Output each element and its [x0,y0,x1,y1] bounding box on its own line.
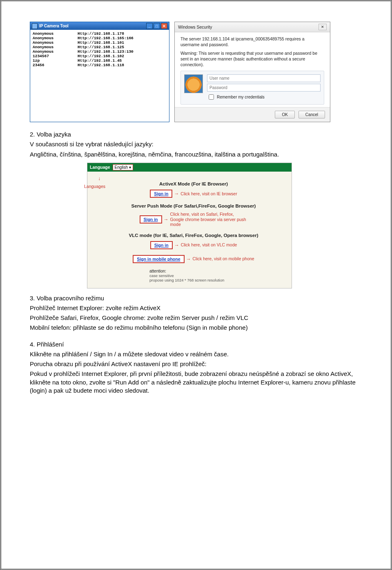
mode-push-note: Click here, visit on Safari, Firefox, Go… [170,212,248,227]
section-3-line2: Prohlížeče Safari, Firefox, Google chrom… [30,314,362,322]
section-2-text1: V současnosti si lze vybrat následující … [30,140,362,148]
section-3-line3: Mobilní telefon: přihlaste se do režimu … [30,324,362,332]
windows-security-dialog: Windows Security ✕ The server 192.168.1.… [174,22,330,122]
table-row: 1zpHttp://192.168.1.45 [33,58,167,63]
table-row: 23456Http://192.168.1.118 [33,63,167,67]
signin-push-button[interactable]: Sign in [140,215,162,224]
remember-label: Remember my credentials [217,95,265,99]
attention-label: attention: [149,269,287,273]
close-icon[interactable]: ✕ [318,24,327,30]
mode-activex-title: ActiveX Mode (For IE Browser) [100,181,287,186]
section-2-text2: Angličtina, čínština, španělština, korej… [30,150,362,159]
winsec-header: Windows Security ✕ [175,22,330,32]
section-2-heading: 2. Volba jazyka [30,130,362,139]
arrow-right-icon: → [164,217,169,222]
table-row: 1234567Http://192.168.1.102 [33,54,167,58]
winsec-footer: OK Cancel [175,107,330,122]
mode-vlc-note: Click here, visit on VLC mode [181,242,237,248]
attention-line-2: propose using 1024 * 768 screen resoluti… [149,278,287,282]
signin-vlc-button[interactable]: Sign in [150,241,173,249]
cancel-button[interactable]: Cancel [298,111,325,118]
close-button[interactable]: ✕ [161,23,167,29]
section-4: 4. Přihlášení Klikněte na přihlášení / S… [30,340,362,395]
minimize-button[interactable]: _ [146,23,153,29]
table-row: AnonymousHttp://192.168.1.178 [33,31,167,36]
mode-vlc-title: VLC mode (for IE, Safari, FireFox, Googl… [100,233,287,238]
ipcamera-tool-window: IP Camera Tool _ □ ✕ AnonymousHttp://192… [30,22,169,122]
winsec-title: Windows Security [178,25,212,29]
mode-activex-note: Click here, visit on IE browser [180,191,237,197]
ok-button[interactable]: OK [275,111,294,118]
attention-block: attention: case sensitive propose using … [149,269,287,282]
language-panel: Language English ▾ ↓ Languages ActiveX M… [87,163,292,288]
password-field[interactable] [207,84,321,92]
signin-activex-button[interactable]: Sign in [150,190,172,198]
arrow-right-icon: → [174,191,179,197]
winsec-message-2: Warning: This server is requesting that … [180,51,324,67]
section-3: 3. Volba pracovního režimu Prohlížeč Int… [30,294,362,332]
signin-mobile-button[interactable]: Sign in mobile phone [133,255,184,263]
mode-push-title: Server Push Mode (For Safari,FireFox, Go… [100,203,287,208]
languages-label: Languages [84,184,98,189]
section-4-line1: Klikněte na přihlášení / Sign In / a můž… [30,350,362,358]
section-3-heading: 3. Volba pracovního režimu [30,294,362,302]
username-field[interactable] [207,74,321,82]
app-icon [32,23,38,29]
attention-line-1: case sensitive [149,273,287,278]
screenshot-row: IP Camera Tool _ □ ✕ AnonymousHttp://192… [30,22,362,122]
table-row: AnonymousHttp://192.168.1.101 [33,40,167,45]
arrow-right-icon: → [174,242,179,248]
ipcam-body: AnonymousHttp://192.168.1.178 AnonymousH… [30,30,169,115]
chevron-down-icon: ▾ [129,165,131,170]
section-2: 2. Volba jazyka V současnosti si lze vyb… [30,130,362,159]
section-4-heading: 4. Přihlášení [30,340,362,349]
ipcam-title: IP Camera Tool [39,24,69,28]
document-page: IP Camera Tool _ □ ✕ AnonymousHttp://192… [0,0,392,570]
table-row: AnonymousHttp://192.168.1.165:166 [33,36,167,40]
section-4-line2: Porucha obrazu při používání ActiveX nas… [30,360,362,368]
avatar [184,74,203,93]
table-row: AnonymousHttp://192.168.1.123:130 [33,49,167,54]
remember-checkbox[interactable]: Remember my credentials [207,93,321,101]
winsec-message-1: The server 192.168.1.104 at ipcamera_000… [180,36,324,47]
table-row: AnonymousHttp://192.168.1.125 [33,45,167,49]
language-bar: Language English ▾ [87,163,292,172]
credential-box: Remember my credentials [180,71,324,105]
language-bar-label: Language [90,165,110,170]
section-4-line3: Pokud v prohlížeči Internet Explorer, př… [30,370,362,395]
section-3-line1: Prohlížeč Internet Explorer: zvolte reži… [30,304,362,312]
winsec-body: The server 192.168.1.104 at ipcamera_000… [175,32,330,107]
maximize-button[interactable]: □ [154,23,160,29]
arrow-right-icon: → [186,256,191,262]
ipcam-titlebar: IP Camera Tool _ □ ✕ [30,22,169,30]
remember-checkbox-input[interactable] [209,94,214,100]
language-select[interactable]: English ▾ [113,164,134,170]
mode-mobile-note: Click here, visit on mobile phone [193,256,254,262]
